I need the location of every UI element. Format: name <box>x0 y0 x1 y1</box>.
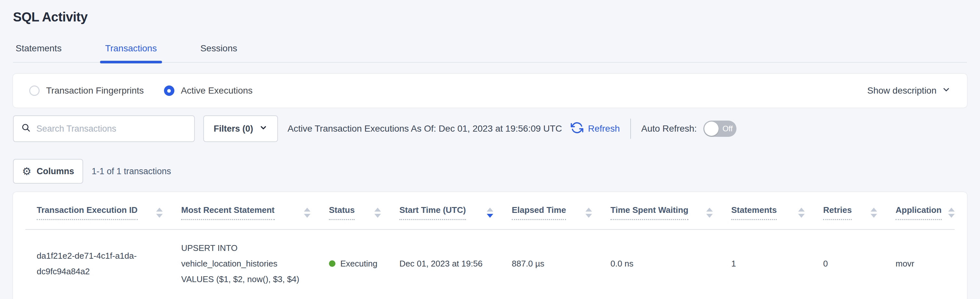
as-of-timestamp: Active Transaction Executions As Of: Dec… <box>288 123 562 134</box>
cell-most-recent-statement[interactable]: UPSERT INTO vehicle_location_histories V… <box>170 229 318 299</box>
cell-start-time: Dec 01, 2023 at 19:56 <box>388 229 500 299</box>
radio-circle-selected[interactable] <box>164 85 174 96</box>
column-header-most-recent-statement[interactable]: Most Recent Statement <box>170 192 318 229</box>
cell-retries: 0 <box>812 229 884 299</box>
column-header-retries[interactable]: Retries <box>812 192 884 229</box>
sort-icon[interactable] <box>870 208 877 218</box>
sort-icon-active-desc[interactable] <box>487 208 493 218</box>
radio-active-executions[interactable]: Active Executions <box>164 85 253 96</box>
table-toolbar: ⚙ Columns 1-1 of 1 transactions <box>13 159 967 184</box>
cell-application: movr <box>884 229 955 299</box>
chevron-down-icon <box>259 123 267 134</box>
status-label: Executing <box>340 256 377 271</box>
sort-icon[interactable] <box>948 208 955 218</box>
cell-elapsed-time: 887.0 µs <box>500 229 599 299</box>
gear-icon: ⚙ <box>22 166 32 176</box>
column-header-status[interactable]: Status <box>318 192 388 229</box>
transactions-table-card: Transaction Execution ID Most Recent Sta… <box>13 192 967 299</box>
show-description-toggle[interactable]: Show description <box>867 85 951 96</box>
refresh-icon <box>571 121 584 136</box>
radio-transaction-fingerprints[interactable]: Transaction Fingerprints <box>29 85 144 96</box>
filters-button[interactable]: Filters (0) <box>203 115 278 142</box>
chevron-down-icon <box>942 85 951 96</box>
cell-time-spent-waiting: 0.0 ns <box>599 229 720 299</box>
sort-icon[interactable] <box>585 208 592 218</box>
columns-label: Columns <box>37 166 74 176</box>
controls-row: Filters (0) Active Transaction Execution… <box>13 115 967 142</box>
search-box[interactable] <box>13 115 195 142</box>
toggle-state-label: Off <box>722 124 733 133</box>
column-header-transaction-execution-id[interactable]: Transaction Execution ID <box>25 192 170 229</box>
tab-sessions[interactable]: Sessions <box>198 43 240 62</box>
cell-statements: 1 <box>720 229 812 299</box>
show-description-label: Show description <box>867 85 937 96</box>
column-header-time-spent-waiting[interactable]: Time Spent Waiting <box>599 192 720 229</box>
view-mode-card: Transaction Fingerprints Active Executio… <box>13 74 967 107</box>
sort-icon[interactable] <box>374 208 381 218</box>
filters-label: Filters (0) <box>214 124 253 134</box>
vertical-divider <box>630 118 631 139</box>
search-input[interactable] <box>37 124 187 134</box>
toggle-knob[interactable] <box>704 122 719 136</box>
sort-icon[interactable] <box>304 208 310 218</box>
auto-refresh-toggle[interactable]: Off <box>703 121 737 137</box>
search-icon <box>21 123 31 135</box>
result-count: 1-1 of 1 transactions <box>92 166 171 176</box>
sort-icon[interactable] <box>706 208 713 218</box>
refresh-label: Refresh <box>588 123 620 134</box>
column-header-statements[interactable]: Statements <box>720 192 812 229</box>
tab-transactions[interactable]: Transactions <box>103 43 159 62</box>
auto-refresh-label: Auto Refresh: <box>641 123 697 134</box>
table-row: da1f21e2-de71-4c1f-a1da-dc9fc94a84a2 UPS… <box>25 229 955 299</box>
radio-circle-unselected[interactable] <box>29 85 40 96</box>
transactions-table: Transaction Execution ID Most Recent Sta… <box>25 192 955 299</box>
cell-status: Executing <box>318 229 388 299</box>
columns-button[interactable]: ⚙ Columns <box>13 159 83 184</box>
tab-bar: Statements Transactions Sessions <box>13 43 967 63</box>
column-header-elapsed-time[interactable]: Elapsed Time <box>500 192 599 229</box>
sql-activity-page: SQL Activity Statements Transactions Ses… <box>0 0 980 299</box>
page-title: SQL Activity <box>13 0 967 24</box>
column-header-application[interactable]: Application <box>884 192 955 229</box>
sort-icon[interactable] <box>798 208 805 218</box>
sort-icon[interactable] <box>156 208 163 218</box>
tab-statements[interactable]: Statements <box>13 43 64 62</box>
column-header-start-time[interactable]: Start Time (UTC) <box>388 192 500 229</box>
refresh-button[interactable]: Refresh <box>571 121 620 136</box>
radio-label: Active Executions <box>181 85 253 96</box>
status-dot-executing <box>329 260 336 267</box>
cell-transaction-execution-id[interactable]: da1f21e2-de71-4c1f-a1da-dc9fc94a84a2 <box>25 229 170 299</box>
table-header-row: Transaction Execution ID Most Recent Sta… <box>25 192 955 229</box>
radio-label: Transaction Fingerprints <box>46 85 144 96</box>
